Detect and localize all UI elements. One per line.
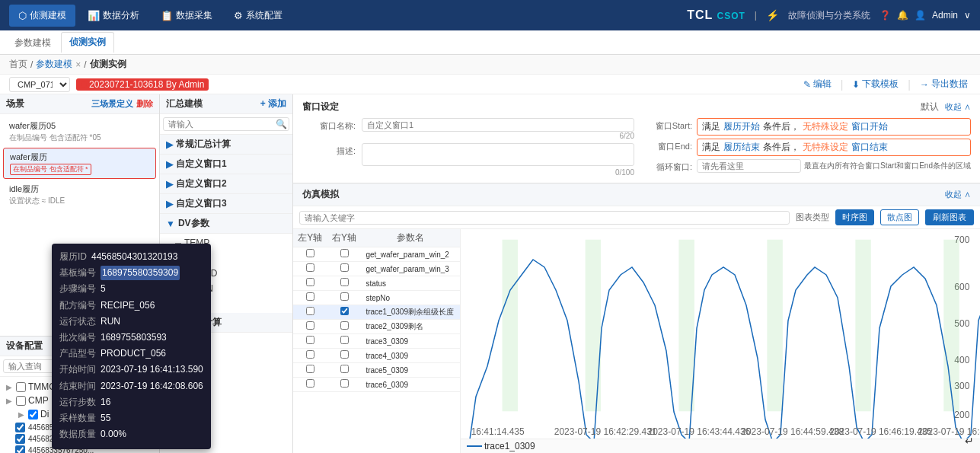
chart-search-input[interactable]	[299, 211, 790, 225]
tooltip-row-8: 结束时间2023-07-19 16:42:08.606	[59, 379, 203, 394]
data-collect-icon: 📋	[161, 10, 173, 21]
param-right-y-check-1[interactable]	[340, 263, 349, 272]
tab-detect-instance[interactable]: 侦测实例	[61, 32, 114, 53]
fault-icon: ⚡	[766, 9, 779, 21]
param-left-y-check-8[interactable]	[306, 365, 314, 373]
scene-item-wafer[interactable]: wafer履历 在制品编号 包含适配符 *	[3, 148, 156, 179]
param-row: trace4_0309	[293, 349, 460, 363]
end-history-tag[interactable]: 履历结束	[723, 141, 760, 154]
sim-collapse-btn[interactable]: 收起 ∧	[945, 189, 971, 200]
download-button[interactable]: ⬇ 下载模板	[849, 76, 902, 92]
admin-dropdown-icon[interactable]: ∨	[964, 10, 971, 21]
param-right-y-check-8[interactable]	[340, 365, 349, 373]
breadcrumb-parent[interactable]: 参数建模	[36, 58, 72, 71]
tooltip-row-9: 运行步数16	[59, 395, 203, 410]
summary-add-btn[interactable]: + 添加	[260, 97, 286, 110]
chart-type-timeseries[interactable]: 时序图	[835, 209, 874, 225]
summary-search-icon[interactable]: 🔍	[276, 119, 287, 129]
data-analysis-icon: 📊	[88, 10, 100, 21]
ws-end-condition: 满足 履历结束 条件后， 无特殊设定 窗口结束	[697, 139, 971, 156]
ws-name-input[interactable]	[362, 118, 634, 132]
summary-search-input[interactable]	[163, 117, 289, 131]
param-header-left-y: 左Y轴	[293, 229, 327, 247]
param-right-y-check-3[interactable]	[340, 292, 349, 301]
tree-check-tmmc[interactable]	[16, 382, 26, 392]
nav-sys-config[interactable]: ⚙ 系统配置	[225, 5, 292, 27]
param-left-y-check-2[interactable]	[306, 278, 314, 286]
chart-legend: trace1_0309	[461, 439, 980, 453]
section-custom-win1[interactable]: ▶ 自定义窗口1	[160, 155, 292, 174]
export-button[interactable]: → 导出数据	[917, 76, 971, 92]
scene-item-wafer05[interactable]: wafer履历05 在制品编号 包含适配符 *05	[3, 117, 156, 146]
chart-type-scatter[interactable]: 散点图	[880, 209, 919, 225]
ws-default-btn[interactable]: 默认	[921, 100, 939, 113]
help-icon[interactable]: ❓	[879, 10, 891, 21]
window-band-4	[767, 240, 782, 412]
bell-icon[interactable]: 🔔	[897, 10, 908, 21]
scene-delete-btn[interactable]: 删除	[136, 98, 153, 110]
summary-panel-header: 汇总建模 + 添加	[160, 94, 292, 114]
param-left-y-check-0[interactable]	[306, 249, 314, 257]
param-right-y-check-0[interactable]	[340, 249, 349, 257]
tooltip-row-0: 履历ID44568504301320193	[59, 250, 203, 264]
param-left-y-check-9[interactable]	[306, 379, 314, 388]
user-icon[interactable]: 👤	[915, 10, 926, 21]
right-panel: 窗口设定 默认 收起 ∧ 窗口名称: 6/20 描述:	[293, 94, 980, 453]
start-unset-btn[interactable]: 无特殊设定	[803, 120, 848, 133]
param-left-y-check-5[interactable]	[306, 321, 314, 330]
param-row: trace1_0309剩余组级长度	[293, 305, 460, 320]
ws-loop-input[interactable]	[697, 159, 801, 173]
param-right-y-check-5[interactable]	[340, 321, 349, 330]
window-settings: 窗口设定 默认 收起 ∧ 窗口名称: 6/20 描述:	[293, 94, 980, 183]
model-select[interactable]: CMP_0711	[9, 77, 70, 92]
return-icon[interactable]: ↵	[965, 435, 974, 447]
scene-actions: 三场景定义 删除	[91, 98, 153, 110]
svg-text:16:41:14.435: 16:41:14.435	[471, 426, 525, 437]
download-icon: ⬇	[852, 79, 860, 90]
param-right-y-check-2[interactable]	[340, 278, 349, 286]
param-left-y-check-4[interactable]	[306, 307, 314, 315]
refresh-chart-button[interactable]: 刷新图表	[925, 209, 974, 225]
breadcrumb-home[interactable]: 首页	[9, 58, 27, 71]
section-normal-calc[interactable]: ▶ 常规汇总计算	[160, 135, 292, 155]
param-left-y-check-7[interactable]	[306, 350, 314, 359]
section-dv-params[interactable]: ▼ DV参数	[160, 214, 292, 234]
nav-data-collect[interactable]: 📋 数据采集	[152, 5, 222, 27]
param-left-y-check-6[interactable]	[306, 336, 314, 344]
param-row: get_wafer_param_win_2	[293, 247, 460, 262]
version-badge: 20230721-103618 By Admin	[76, 78, 209, 91]
sim-header: 仿真模拟 收起 ∧	[293, 183, 980, 206]
tree-check-cmp[interactable]	[16, 396, 26, 406]
section-custom-win2[interactable]: ▶ 自定义窗口2	[160, 174, 292, 194]
tooltip-row-3: 配方编号RECIPE_056	[59, 298, 203, 313]
param-right-y-check-6[interactable]	[340, 336, 349, 344]
param-left-y-check-3[interactable]	[306, 292, 314, 301]
section-custom-win3[interactable]: ▶ 自定义窗口3	[160, 194, 292, 214]
param-right-y-check-9[interactable]	[340, 379, 349, 388]
time-series-chart: 700 600 500 400 300 200 100 0	[461, 229, 980, 439]
ws-header-actions: 默认 收起 ∧	[921, 100, 971, 113]
nav-data-analysis[interactable]: 📊 数据分析	[78, 5, 148, 27]
end-unset-btn[interactable]: 无特殊设定	[803, 141, 848, 154]
edit-button[interactable]: ✎ 编辑	[800, 76, 835, 92]
summary-search: 🔍	[160, 114, 292, 135]
ws-collapse-btn[interactable]: 收起 ∧	[945, 101, 971, 113]
scene-item-idle[interactable]: idle履历 设置状态 ≈ IDLE	[3, 180, 156, 209]
param-right-y-check-4[interactable]	[340, 307, 349, 315]
system-name: 故障侦测与分类系统	[788, 9, 870, 22]
nav-right: TCL CSOT | ⚡ 故障侦测与分类系统 ❓ 🔔 👤 Admin ∨	[687, 8, 971, 22]
tab-param-build[interactable]: 参数建模	[6, 33, 59, 53]
param-left-y-check-1[interactable]	[306, 263, 314, 272]
start-history-tag[interactable]: 履历开始	[723, 120, 760, 133]
svg-text:2023-07-19 16:46:19.435: 2023-07-19 16:46:19.435	[829, 426, 932, 437]
nav-detect-model[interactable]: ⬡ 侦测建模	[9, 5, 75, 27]
breadcrumb-close[interactable]: ×	[75, 59, 81, 70]
tab-bar: 参数建模 侦测实例	[0, 30, 980, 55]
param-right-y-check-7[interactable]	[340, 350, 349, 359]
ws-desc-input[interactable]	[362, 143, 634, 166]
param-row: trace5_0309	[293, 363, 460, 378]
breadcrumb-sep2: /	[84, 59, 86, 70]
tree-check-di[interactable]	[28, 410, 38, 420]
scene-define-btn[interactable]: 三场景定义	[91, 98, 133, 110]
chart-controls: 图表类型 时序图 散点图 刷新图表	[293, 206, 980, 229]
